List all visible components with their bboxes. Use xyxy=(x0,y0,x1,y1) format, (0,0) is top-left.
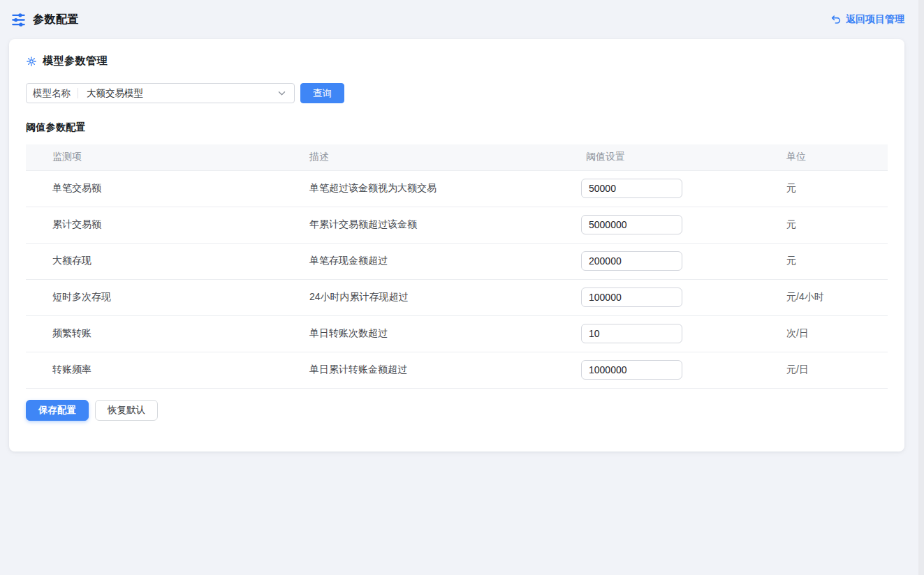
table-header-row: 监测项 描述 阈值设置 单位 xyxy=(26,144,888,170)
monitor-item-cell: 大额存现 xyxy=(26,243,300,279)
threshold-input[interactable] xyxy=(581,179,682,198)
monitor-item-cell: 短时多次存现 xyxy=(26,279,300,315)
description-cell: 年累计交易额超过该金额 xyxy=(300,207,581,243)
table-row: 短时多次存现 24小时内累计存现超过 元/4小时 xyxy=(26,279,888,315)
threshold-input[interactable] xyxy=(581,360,682,380)
threshold-input[interactable] xyxy=(581,324,682,343)
query-row: 模型名称 大额交易模型 查询 xyxy=(26,83,888,103)
column-header-desc: 描述 xyxy=(300,144,581,170)
scrollbar-track[interactable] xyxy=(918,0,924,575)
back-to-projects-link[interactable]: 返回项目管理 xyxy=(830,13,904,26)
page-title: 参数配置 xyxy=(33,13,79,27)
threshold-input[interactable] xyxy=(581,288,682,307)
description-cell: 24小时内累计存现超过 xyxy=(300,279,581,315)
model-select-label: 模型名称 xyxy=(27,87,78,100)
model-name-select[interactable]: 模型名称 大额交易模型 xyxy=(26,83,295,103)
table-row: 转账频率 单日累计转账金额超过 元/日 xyxy=(26,352,888,388)
monitor-item-cell: 累计交易额 xyxy=(26,207,300,243)
column-header-threshold: 阈值设置 xyxy=(581,144,781,170)
column-header-unit: 单位 xyxy=(781,144,888,170)
description-cell: 单日累计转账金额超过 xyxy=(300,352,581,388)
table-row: 频繁转账 单日转账次数超过 次/日 xyxy=(26,315,888,352)
description-cell: 单日转账次数超过 xyxy=(300,315,581,352)
monitor-item-cell: 单笔交易额 xyxy=(26,170,300,207)
actions-row: 保存配置 恢复默认 xyxy=(26,400,888,421)
save-config-button[interactable]: 保存配置 xyxy=(26,400,89,421)
description-cell: 单笔存现金额超过 xyxy=(300,243,581,279)
threshold-input[interactable] xyxy=(581,215,682,234)
sliders-icon xyxy=(10,12,27,28)
table-row: 单笔交易额 单笔超过该金额视为大额交易 元 xyxy=(26,170,888,207)
page-title-group: 参数配置 xyxy=(9,12,79,28)
threshold-input[interactable] xyxy=(581,251,682,271)
unit-cell: 元 xyxy=(781,170,888,207)
threshold-table: 监测项 描述 阈值设置 单位 单笔交易额 单笔超过该金额视为大额交易 元 xyxy=(26,144,888,389)
back-link-label: 返回项目管理 xyxy=(846,13,904,26)
unit-cell: 元/日 xyxy=(781,352,888,388)
chevron-down-icon xyxy=(277,89,294,98)
unit-cell: 元/4小时 xyxy=(781,279,888,315)
undo-icon xyxy=(830,14,842,25)
column-header-item: 监测项 xyxy=(26,144,300,170)
monitor-item-cell: 转账频率 xyxy=(26,352,300,388)
unit-cell: 次/日 xyxy=(781,315,888,352)
app-root: 参数配置 返回项目管理 模型参数管理 模型名称 xyxy=(0,0,924,575)
threshold-section-title: 阈值参数配置 xyxy=(26,121,888,134)
table-row: 累计交易额 年累计交易额超过该金额 元 xyxy=(26,207,888,243)
description-cell: 单笔超过该金额视为大额交易 xyxy=(300,170,581,207)
unit-cell: 元 xyxy=(781,207,888,243)
unit-cell: 元 xyxy=(781,243,888,279)
table-row: 大额存现 单笔存现金额超过 元 xyxy=(26,243,888,279)
section-title: 模型参数管理 xyxy=(43,54,108,68)
gear-icon xyxy=(26,56,37,67)
top-header: 参数配置 返回项目管理 xyxy=(9,0,904,39)
query-button[interactable]: 查询 xyxy=(300,83,344,103)
section-header: 模型参数管理 xyxy=(26,54,888,68)
model-params-card: 模型参数管理 模型名称 大额交易模型 查询 阈值参数配置 xyxy=(9,39,904,451)
monitor-item-cell: 频繁转账 xyxy=(26,315,300,352)
model-select-value: 大额交易模型 xyxy=(78,87,277,100)
restore-defaults-button[interactable]: 恢复默认 xyxy=(95,400,158,421)
